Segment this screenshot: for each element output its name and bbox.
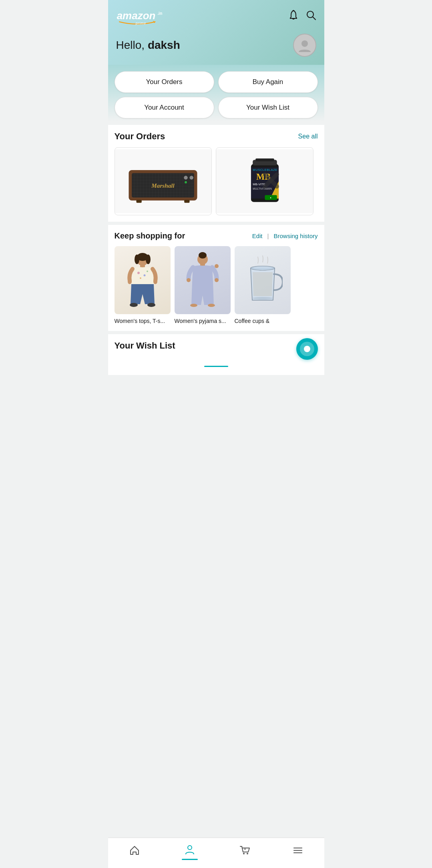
amazon-logo[interactable]: amazon .in prime	[116, 6, 168, 26]
your-orders-header: Your Orders See all	[115, 131, 318, 142]
pipe-divider: |	[267, 233, 269, 239]
svg-text:.in: .in	[157, 11, 162, 16]
womens-pyjama-image	[175, 246, 231, 314]
keep-shopping-section: Keep shopping for Edit | Browsing histor…	[108, 225, 324, 331]
svg-point-44	[130, 303, 138, 307]
search-icon[interactable]	[306, 10, 316, 23]
svg-rect-15	[137, 200, 142, 203]
svg-point-36	[146, 255, 151, 264]
svg-point-19	[185, 181, 187, 183]
keep-shopping-header: Keep shopping for Edit | Browsing histor…	[115, 231, 318, 241]
your-orders-button[interactable]: Your Orders	[115, 71, 214, 93]
browsing-history-link[interactable]: Browsing history	[273, 233, 317, 239]
mb-supplement-image: MB MUSCLEBLAZE MB-VITE MULTIVITAMIN ●	[216, 149, 313, 213]
womens-tops-label: Women's tops, T-s...	[115, 317, 171, 325]
your-account-button[interactable]: Your Account	[115, 97, 214, 118]
your-wish-list-button[interactable]: Your Wish List	[218, 97, 318, 118]
coffee-cups-label: Coffee cups &	[235, 317, 291, 325]
svg-point-42	[128, 279, 132, 284]
svg-text:●: ●	[270, 196, 271, 199]
shopping-item-womens-tops[interactable]: Women's tops, T-s...	[115, 246, 171, 325]
username: daksh	[148, 39, 180, 51]
avatar[interactable]	[293, 34, 316, 57]
svg-point-51	[215, 278, 219, 282]
svg-point-56	[253, 297, 273, 299]
order-card-mb[interactable]: MB MUSCLEBLAZE MB-VITE MULTIVITAMIN ●	[216, 147, 313, 215]
tab-indicator	[204, 366, 228, 367]
greeting-text: Hello, daksh	[116, 39, 180, 52]
wish-list-section: Your Wish List	[108, 334, 324, 375]
svg-point-52	[215, 264, 219, 268]
svg-point-48	[200, 252, 205, 257]
womens-pyjama-label: Women's pyjama s...	[175, 317, 231, 325]
notification-icon[interactable]	[288, 10, 299, 23]
svg-point-4	[293, 10, 294, 12]
header-icons	[288, 10, 316, 23]
svg-text:prime: prime	[135, 21, 146, 25]
svg-point-17	[184, 176, 188, 180]
svg-point-39	[143, 275, 145, 277]
marshall-speaker-image: Marshall	[115, 149, 212, 213]
svg-rect-30	[255, 158, 274, 161]
svg-point-18	[190, 176, 194, 180]
svg-rect-16	[185, 200, 190, 203]
svg-point-50	[187, 278, 191, 282]
quick-actions: Your Orders Buy Again Your Account Your …	[108, 65, 324, 122]
svg-point-43	[153, 279, 157, 284]
wish-list-title: Your Wish List	[115, 341, 175, 351]
your-orders-section: Your Orders See all	[108, 125, 324, 222]
svg-point-40	[140, 277, 141, 279]
svg-point-45	[147, 303, 155, 307]
shopping-item-womens-pyjama[interactable]: Women's pyjama s...	[175, 246, 231, 325]
svg-point-53	[190, 304, 197, 307]
svg-text:Marshall: Marshall	[151, 182, 175, 188]
svg-line-6	[313, 17, 315, 20]
svg-text:MULTIVITAMIN: MULTIVITAMIN	[253, 187, 272, 190]
svg-text:MUSCLEBLAZE: MUSCLEBLAZE	[253, 168, 277, 172]
orders-scroll: Marshall	[115, 147, 318, 215]
svg-point-35	[135, 255, 139, 264]
svg-point-7	[301, 40, 308, 47]
alexa-button[interactable]	[296, 338, 318, 360]
shopping-items-scroll: Women's tops, T-s...	[115, 246, 318, 325]
alexa-inner	[300, 342, 314, 356]
buy-again-button[interactable]: Buy Again	[218, 71, 318, 93]
header-top-row: amazon .in prime	[116, 6, 316, 26]
coffee-cups-image	[235, 246, 291, 314]
hello-label: Hello, daksh	[116, 39, 180, 51]
hello-row: Hello, daksh	[116, 34, 316, 57]
keep-shopping-title: Keep shopping for	[115, 231, 185, 241]
womens-tops-image	[115, 246, 171, 314]
svg-point-54	[208, 304, 215, 307]
svg-text:amazon: amazon	[117, 10, 155, 22]
order-card-marshall[interactable]: Marshall	[115, 147, 212, 215]
your-orders-title: Your Orders	[115, 131, 165, 142]
see-all-orders-link[interactable]: See all	[298, 133, 318, 140]
header: amazon .in prime	[108, 0, 324, 65]
shopping-item-coffee-cups[interactable]: Coffee cups &	[235, 246, 291, 325]
svg-point-41	[147, 271, 148, 272]
quick-actions-grid: Your Orders Buy Again Your Account Your …	[115, 71, 318, 118]
svg-point-55	[251, 266, 275, 270]
edit-link[interactable]: Edit	[252, 233, 263, 239]
svg-point-38	[137, 272, 140, 274]
alexa-dot	[304, 346, 310, 352]
